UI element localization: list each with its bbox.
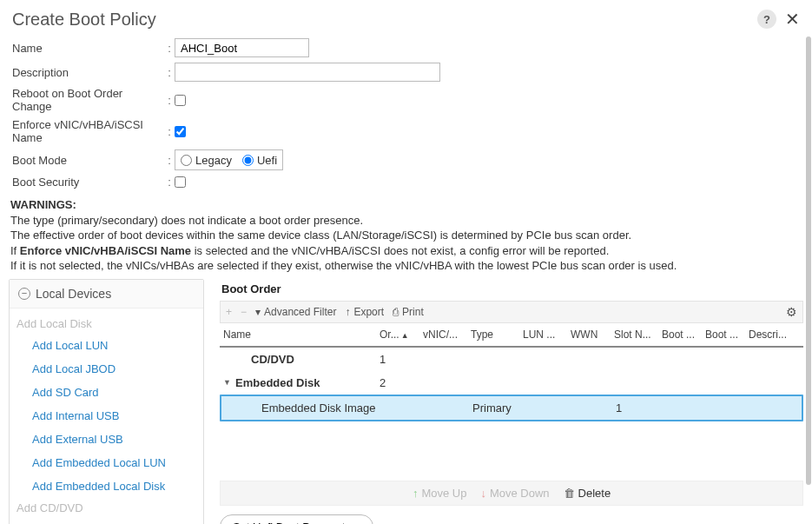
sidebar-link: Add Local CD/DVD (10, 518, 203, 524)
description-label: Description (12, 66, 164, 79)
name-label: Name (12, 42, 164, 55)
trash-icon: 🗑 (564, 487, 575, 500)
set-uefi-boot-parameters-button[interactable]: Set Uefi Boot Parameters (220, 514, 373, 524)
advanced-filter-button[interactable]: ▾Advanced Filter (255, 306, 336, 318)
warnings-block: WARNINGS: The type (primary/secondary) d… (0, 196, 812, 279)
table-body: CD/DVD 1 ▼Embedded Disk 2 Embedded Disk … (220, 348, 803, 421)
enforce-label: Enforce vNIC/vHBA/iSCSI Name (12, 118, 164, 144)
export-icon: ↑ (345, 306, 350, 318)
table-row-selected[interactable]: Embedded Disk Image Primary 1 (220, 395, 803, 421)
col-order[interactable]: Or...▲ (380, 328, 423, 341)
local-devices-sidebar: − Local Devices Add Local Disk Add Local… (9, 279, 204, 524)
arrow-down-icon: ↓ (480, 487, 486, 500)
warnings-line: The effective order of boot devices with… (10, 228, 800, 243)
sort-asc-icon: ▲ (401, 331, 409, 340)
main-area: − Local Devices Add Local Disk Add Local… (0, 279, 812, 524)
close-icon[interactable]: ✕ (785, 9, 800, 30)
description-input[interactable] (175, 63, 440, 82)
table-row[interactable]: CD/DVD 1 (220, 348, 803, 371)
name-input[interactable] (175, 38, 309, 57)
help-button[interactable]: ? (757, 10, 776, 29)
col-slot[interactable]: Slot N... (614, 328, 662, 341)
settings-gear-icon[interactable]: ⚙ (786, 305, 797, 319)
sidebar-header[interactable]: − Local Devices (10, 280, 203, 308)
form-area: Name : Description : Reboot on Boot Orde… (0, 33, 812, 196)
boot-mode-group: Legacy Uefi (175, 149, 283, 170)
sidebar-link[interactable]: Add Embedded Local Disk (10, 474, 203, 498)
header-icons: ? ✕ (757, 9, 800, 30)
warnings-title: WARNINGS: (10, 197, 800, 213)
boot-order-title: Boot Order (220, 279, 803, 301)
sidebar-group-disk: Add Local Disk (10, 314, 203, 334)
col-lun[interactable]: LUN ... (523, 328, 571, 341)
table-header: Name Or...▲ vNIC/... Type LUN ... WWN Sl… (220, 323, 803, 348)
collapse-icon[interactable]: − (18, 288, 30, 300)
boot-mode-legacy-radio[interactable] (181, 155, 192, 166)
warnings-line: If Enforce vNIC/vHBA/iSCSI Name is selec… (10, 243, 800, 259)
reboot-label: Reboot on Boot Order Change (12, 87, 164, 113)
dialog-title: Create Boot Policy (12, 10, 156, 30)
export-button[interactable]: ↑Export (345, 306, 384, 318)
sidebar-link[interactable]: Add External USB (10, 428, 203, 451)
chevron-down-icon[interactable]: ▼ (223, 378, 232, 387)
reboot-checkbox[interactable] (175, 95, 186, 106)
sidebar-link[interactable]: Add SD Card (10, 381, 203, 404)
col-bootp[interactable]: Boot ... (705, 328, 749, 341)
col-bootn[interactable]: Boot ... (662, 328, 705, 341)
arrow-up-icon: ↑ (413, 487, 419, 500)
print-icon: ⎙ (393, 306, 399, 318)
sidebar-group-cd: Add CD/DVD (10, 498, 203, 518)
boot-security-label: Boot Security (12, 176, 164, 189)
move-down-button[interactable]: ↓Move Down (480, 487, 549, 500)
move-up-button[interactable]: ↑Move Up (413, 487, 467, 500)
boot-order-panel: Boot Order + − ▾Advanced Filter ↑Export … (220, 279, 803, 524)
filter-icon: ▾ (255, 306, 261, 318)
boot-mode-label: Boot Mode (12, 154, 164, 167)
boot-mode-uefi-radio[interactable] (242, 155, 254, 166)
print-button[interactable]: ⎙Print (393, 306, 424, 318)
col-desc[interactable]: Descri... (749, 328, 792, 341)
warnings-line: The type (primary/secondary) does not in… (10, 213, 800, 229)
boot-order-toolbar: + − ▾Advanced Filter ↑Export ⎙Print ⚙ (220, 301, 803, 323)
sidebar-body: Add Local Disk Add Local LUN Add Local J… (10, 308, 203, 524)
dialog-header: Create Boot Policy ? ✕ (0, 0, 812, 33)
col-wwn[interactable]: WWN (571, 328, 614, 341)
sidebar-link[interactable]: Add Local JBOD (10, 357, 203, 381)
delete-button[interactable]: 🗑Delete (564, 487, 611, 500)
col-type[interactable]: Type (471, 328, 523, 341)
col-vnic[interactable]: vNIC/... (423, 328, 471, 341)
sidebar-link[interactable]: Add Local LUN (10, 334, 203, 357)
remove-button[interactable]: − (241, 306, 247, 318)
table-row[interactable]: ▼Embedded Disk 2 (220, 371, 803, 395)
enforce-checkbox[interactable] (175, 126, 186, 137)
sidebar-link[interactable]: Add Internal USB (10, 404, 203, 428)
vertical-scrollbar[interactable] (806, 36, 811, 485)
plus-icon: + (226, 306, 232, 318)
add-button[interactable]: + (226, 306, 232, 318)
boot-security-checkbox[interactable] (175, 176, 186, 188)
sidebar-link[interactable]: Add Embedded Local LUN (10, 451, 203, 474)
warnings-line: If it is not selected, the vNICs/vHBAs a… (10, 258, 800, 274)
col-name[interactable]: Name (223, 328, 380, 341)
minus-icon: − (241, 306, 247, 318)
row-actions-bar: ↑Move Up ↓Move Down 🗑Delete (220, 481, 803, 506)
